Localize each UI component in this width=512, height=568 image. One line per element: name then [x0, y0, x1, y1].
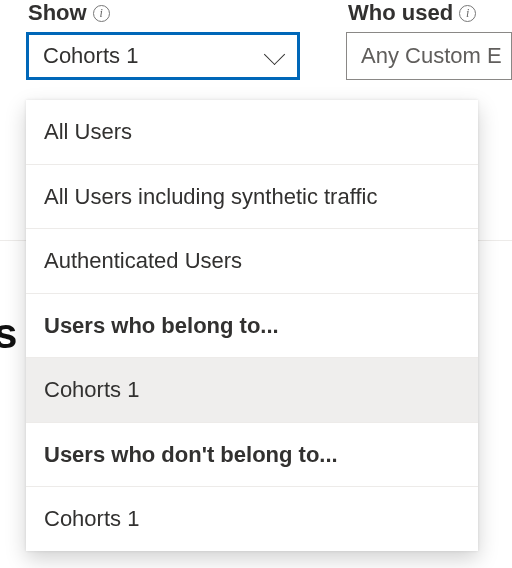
show-select[interactable]: Cohorts 1: [26, 32, 300, 80]
info-icon[interactable]: i: [93, 5, 110, 22]
dropdown-option-label: All Users including synthetic traffic: [44, 184, 377, 209]
dropdown-option-label: Authenticated Users: [44, 248, 242, 273]
chevron-down-icon: [263, 41, 285, 63]
dropdown-option-all-users-synthetic[interactable]: All Users including synthetic traffic: [26, 165, 478, 230]
show-dropdown-list: All Users All Users including synthetic …: [26, 100, 478, 551]
dropdown-heading-belong: Users who belong to...: [26, 294, 478, 359]
who-used-label-text: Who used: [348, 0, 453, 26]
dropdown-option-label: Cohorts 1: [44, 506, 139, 531]
who-used-label: Who used i: [346, 0, 512, 26]
show-select-value: Cohorts 1: [43, 43, 138, 69]
show-field-group: Show i Cohorts 1: [26, 0, 346, 80]
dropdown-heading-label: Users who belong to...: [44, 313, 279, 338]
dropdown-heading-not-belong: Users who don't belong to...: [26, 423, 478, 488]
show-label: Show i: [26, 0, 346, 26]
dropdown-heading-label: Users who don't belong to...: [44, 442, 338, 467]
filter-panel: s Show i Cohorts 1 Who used i Any Custom…: [0, 0, 512, 80]
dropdown-option-cohorts-1[interactable]: Cohorts 1: [26, 358, 478, 423]
dropdown-option-label: All Users: [44, 119, 132, 144]
who-used-field-group: Who used i Any Custom E: [346, 0, 512, 80]
dropdown-option-all-users[interactable]: All Users: [26, 100, 478, 165]
who-used-select-value: Any Custom E: [361, 43, 502, 69]
who-used-select[interactable]: Any Custom E: [346, 32, 512, 80]
labels-row: Show i Cohorts 1 Who used i Any Custom E: [26, 0, 512, 80]
dropdown-option-authenticated-users[interactable]: Authenticated Users: [26, 229, 478, 294]
dropdown-option-label: Cohorts 1: [44, 377, 139, 402]
info-icon[interactable]: i: [459, 5, 476, 22]
show-label-text: Show: [28, 0, 87, 26]
dropdown-option-cohorts-1-excl[interactable]: Cohorts 1: [26, 487, 478, 551]
background-heading-fragment: s: [0, 310, 17, 358]
